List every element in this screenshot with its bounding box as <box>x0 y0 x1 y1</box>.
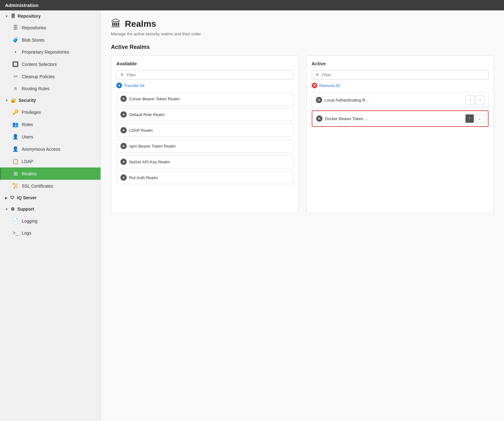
sidebar: ▼ 🗄 Repository 🗄 Repositories 🧳 Blob Sto… <box>0 10 101 421</box>
sidebar-item-ssl-certificates[interactable]: 📜 SSL Certificates <box>0 180 101 192</box>
anonymous-icon: 👤 <box>12 146 19 152</box>
logs-icon: >_ <box>12 230 19 236</box>
sidebar-item-privileges[interactable]: 🔑 Privileges <box>0 106 101 118</box>
rut-add-icon: + <box>120 174 127 181</box>
sidebar-item-logging-label: Logging <box>22 219 38 224</box>
sidebar-item-routing-label: Routing Rules <box>22 86 49 91</box>
npm-name: npm Bearer Token Realm <box>129 144 176 149</box>
local-auth-down-button[interactable]: ↓ <box>476 96 484 104</box>
transfer-all-label: Transfer All <box>124 83 144 88</box>
sidebar-item-routing-rules[interactable]: ≡ Routing Rules <box>0 83 101 95</box>
sidebar-item-anonymous-label: Anonymous Access <box>22 147 60 152</box>
top-bar: Administration <box>0 0 504 10</box>
docker-bearer-remove-icon[interactable]: ✕ <box>316 115 322 122</box>
top-bar-label: Administration <box>5 3 38 8</box>
sidebar-section-iq-label: IQ Server <box>17 195 37 200</box>
docker-bearer-down-button[interactable]: ↓ <box>475 114 484 123</box>
security-section-icon: 🔐 <box>11 98 16 103</box>
realms-icon: ⊞ <box>12 171 19 177</box>
sidebar-item-ldap[interactable]: 📋 LDAP <box>0 155 101 167</box>
available-realm-ldap[interactable]: + LDAP Realm <box>116 124 293 137</box>
active-filter-wrapper[interactable]: ▼ <box>312 70 489 79</box>
sidebar-section-iq-server[interactable]: ▶ 🛡 IQ Server <box>0 192 101 203</box>
sidebar-item-users[interactable]: 👤 Users <box>0 131 101 143</box>
conan-name: Conan Bearer Token Realm <box>129 96 180 101</box>
local-auth-left: ✕ Local Authenticating R... <box>316 97 369 103</box>
ldap-item-left: + LDAP Realm <box>120 127 153 133</box>
active-filter-input[interactable] <box>322 73 485 77</box>
remove-all-icon: ✕ <box>312 83 317 88</box>
available-realm-default-role[interactable]: + Default Role Realm <box>116 108 293 121</box>
sidebar-item-privileges-label: Privileges <box>22 110 41 115</box>
npm-item-left: + npm Bearer Token Realm <box>120 143 176 149</box>
sidebar-item-content-selectors[interactable]: 🔲 Content Selectors <box>0 58 101 70</box>
transfer-all-button[interactable]: + Transfer All <box>116 83 293 88</box>
default-role-item-left: + Default Role Realm <box>120 111 165 118</box>
sidebar-item-proprietary-repos[interactable]: ▪ Proprietary Repositories <box>0 46 101 58</box>
docker-bearer-up-button[interactable]: ↑ <box>465 114 474 123</box>
available-filter-input[interactable] <box>127 73 290 77</box>
sidebar-section-repository[interactable]: ▼ 🗄 Repository <box>0 10 101 22</box>
sidebar-item-logs-label: Logs <box>22 231 31 236</box>
available-filter-wrapper[interactable]: ▼ <box>116 70 293 79</box>
sidebar-item-ssl-label: SSL Certificates <box>22 184 53 189</box>
sidebar-item-logs[interactable]: >_ Logs <box>0 227 101 239</box>
sidebar-item-realms[interactable]: ⊞ Realms <box>0 167 101 180</box>
default-role-name: Default Role Realm <box>129 112 165 117</box>
remove-all-button[interactable]: ✕ Remove All <box>312 83 489 88</box>
sidebar-item-realms-label: Realms <box>22 171 37 176</box>
main-content: 🏛 Realms Manage the active security real… <box>101 10 504 421</box>
sidebar-item-ldap-label: LDAP <box>22 159 33 164</box>
sidebar-section-support[interactable]: ▼ ⚙ Support <box>0 203 101 215</box>
sidebar-item-cleanup-policies[interactable]: ✂ Cleanup Policies <box>0 70 101 83</box>
available-realm-npm[interactable]: + npm Bearer Token Realm <box>116 139 293 153</box>
conan-item-left: + Conan Bearer Token Realm <box>120 96 180 102</box>
local-auth-name: Local Authenticating R... <box>325 98 369 102</box>
nuget-name: NuGet API-Key Realm <box>129 160 170 164</box>
available-realm-rut[interactable]: + Rut Auth Realm <box>116 171 293 184</box>
content-selectors-icon: 🔲 <box>12 61 19 67</box>
sidebar-item-roles[interactable]: 👥 Roles <box>0 118 101 131</box>
available-realm-nuget[interactable]: + NuGet API-Key Realm <box>116 155 293 168</box>
sidebar-item-anonymous-access[interactable]: 👤 Anonymous Access <box>0 143 101 155</box>
active-filter-icon: ▼ <box>315 72 320 77</box>
sidebar-item-repositories[interactable]: 🗄 Repositories <box>0 22 101 34</box>
blob-stores-icon: 🧳 <box>12 37 19 43</box>
proprietary-icon: ▪ <box>12 49 19 55</box>
ldap-realm-name: LDAP Realm <box>129 128 153 133</box>
available-realm-conan[interactable]: + Conan Bearer Token Realm <box>116 92 293 105</box>
active-label: Active <box>312 61 489 66</box>
ldap-icon: 📋 <box>12 158 19 164</box>
default-role-add-icon: + <box>120 111 127 118</box>
sidebar-item-proprietary-label: Proprietary Repositories <box>22 50 69 55</box>
local-auth-arrows: ↑ ↓ <box>466 96 484 104</box>
arrow-support: ▼ <box>5 208 8 211</box>
repositories-icon: 🗄 <box>12 25 19 31</box>
section-title: Active Realms <box>111 44 494 50</box>
local-auth-remove-icon[interactable]: ✕ <box>316 97 322 103</box>
iq-icon: 🛡 <box>10 195 14 200</box>
sidebar-section-security[interactable]: ▼ 🔐 Security <box>0 95 101 106</box>
docker-bearer-arrows: ↑ ↓ <box>465 114 484 123</box>
available-panel: Available ▼ + Transfer All + Conan Beare… <box>111 56 299 213</box>
active-realm-docker-bearer[interactable]: ✕ Docker Bearer Token ... ↑ ↓ <box>312 110 489 127</box>
privileges-icon: 🔑 <box>12 109 19 115</box>
support-section-icon: ⚙ <box>11 207 15 212</box>
page-icon: 🏛 <box>111 18 121 30</box>
rut-item-left: + Rut Auth Realm <box>120 174 158 181</box>
available-label: Available <box>116 61 293 66</box>
active-realm-local-auth[interactable]: ✕ Local Authenticating R... ↑ ↓ <box>312 92 489 108</box>
sidebar-item-blob-stores[interactable]: 🧳 Blob Stores <box>0 34 101 46</box>
page-subtitle: Manage the active security realms and th… <box>111 32 494 36</box>
available-filter-icon: ▼ <box>120 72 124 77</box>
local-auth-up-button[interactable]: ↑ <box>466 96 474 104</box>
sidebar-item-logging[interactable]: 📄 Logging <box>0 215 101 227</box>
arrow-iq: ▶ <box>5 196 8 200</box>
remove-all-label: Remove All <box>319 83 340 88</box>
conan-add-icon: + <box>120 96 127 102</box>
sidebar-item-content-selectors-label: Content Selectors <box>22 62 57 67</box>
active-panel: Active ▼ ✕ Remove All ✕ Local Authentica… <box>306 56 494 213</box>
sidebar-item-blob-stores-label: Blob Stores <box>22 38 44 43</box>
sidebar-section-repository-icon: 🗄 <box>11 14 15 19</box>
realms-container: Available ▼ + Transfer All + Conan Beare… <box>111 56 494 213</box>
